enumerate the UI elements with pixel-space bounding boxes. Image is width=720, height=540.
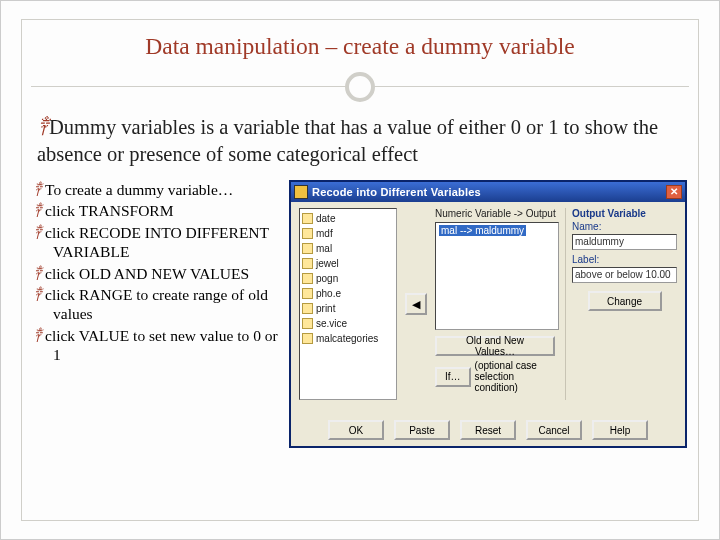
list-item[interactable]: date — [302, 211, 394, 226]
bullet-glyph-icon: ༒ — [33, 202, 41, 219]
label-input[interactable]: above or below 10.00 — [572, 267, 677, 283]
step-text: click OLD AND NEW VALUES — [45, 265, 249, 282]
ok-button[interactable]: OK — [328, 420, 384, 440]
intro-paragraph: ༒Dummy variables is a variable that has … — [37, 114, 683, 168]
list-item[interactable]: se.vice — [302, 316, 394, 331]
list-item: ༒click OLD AND NEW VALUES — [33, 264, 279, 283]
variable-icon — [302, 288, 313, 299]
slide-title: Data manipulation – create a dummy varia… — [29, 33, 691, 60]
list-item: ༒click VALUE to set new value to 0 or 1 — [33, 326, 279, 365]
target-label: Numeric Variable -> Output Variable: — [435, 208, 559, 220]
content-columns: ༒To create a dummy variable… ༒click TRAN… — [33, 180, 687, 448]
list-item[interactable]: print — [302, 301, 394, 316]
name-label: Name: — [572, 221, 677, 232]
variable-icon — [302, 318, 313, 329]
variable-list[interactable]: date mdf mal jewel pogn pho.e print se.v… — [299, 208, 397, 400]
recode-dialog: Recode into Different Variables ✕ date m… — [289, 180, 687, 448]
target-column: Numeric Variable -> Output Variable: mal… — [435, 208, 559, 400]
target-selected-item[interactable]: mal --> maldummy — [439, 225, 526, 236]
step-text: To create a dummy variable… — [45, 181, 233, 198]
bullet-glyph-icon: ༒ — [37, 116, 47, 138]
if-caption: (optional case selection condition) — [475, 360, 559, 393]
list-item: ༒To create a dummy variable… — [33, 180, 279, 199]
list-item: ༒click TRANSFORM — [33, 201, 279, 220]
intro-text: Dummy variables is a variable that has a… — [37, 116, 658, 165]
variable-name: pho.e — [316, 288, 341, 299]
variable-name: malcategories — [316, 333, 378, 344]
list-item: ༒click RECODE INTO DIFFERENT VARIABLE — [33, 223, 279, 262]
cancel-button[interactable]: Cancel — [526, 420, 582, 440]
variable-name: pogn — [316, 273, 338, 284]
list-item[interactable]: pho.e — [302, 286, 394, 301]
close-button[interactable]: ✕ — [666, 185, 682, 199]
variable-name: se.vice — [316, 318, 347, 329]
list-item[interactable]: malcategories — [302, 331, 394, 346]
app-icon — [294, 185, 308, 199]
arrow-left-icon: ◀ — [412, 298, 420, 311]
variable-icon — [302, 213, 313, 224]
dialog-title: Recode into Different Variables — [312, 186, 666, 198]
variable-icon — [302, 228, 313, 239]
label-label: Label: — [572, 254, 677, 265]
variable-icon — [302, 333, 313, 344]
variable-icon — [302, 303, 313, 314]
paste-button[interactable]: Paste — [394, 420, 450, 440]
list-item[interactable]: mdf — [302, 226, 394, 241]
variable-name: mdf — [316, 228, 333, 239]
variable-icon — [302, 243, 313, 254]
list-item: ༒click RANGE to create range of old valu… — [33, 285, 279, 324]
if-button[interactable]: If… — [435, 367, 471, 387]
step-text: click TRANSFORM — [45, 202, 173, 219]
bullet-glyph-icon: ༒ — [33, 181, 41, 198]
if-row: If… (optional case selection condition) — [435, 360, 559, 393]
divider — [29, 68, 691, 108]
move-variable-button[interactable]: ◀ — [405, 293, 427, 315]
step-text: click VALUE to set new value to 0 or 1 — [45, 327, 278, 363]
slide: Data manipulation – create a dummy varia… — [0, 0, 720, 540]
step-text: click RECODE INTO DIFFERENT VARIABLE — [45, 224, 269, 260]
change-button[interactable]: Change — [588, 291, 662, 311]
old-and-new-values-button[interactable]: Old and New Values… — [435, 336, 555, 356]
variable-name: date — [316, 213, 335, 224]
list-item[interactable]: mal — [302, 241, 394, 256]
variable-icon — [302, 273, 313, 284]
bullet-glyph-icon: ༒ — [33, 327, 41, 344]
list-item[interactable]: pogn — [302, 271, 394, 286]
close-icon: ✕ — [670, 187, 678, 197]
mid-buttons: Old and New Values… — [435, 336, 559, 356]
output-variable-panel: Output Variable Name: maldummy Label: ab… — [565, 208, 677, 400]
bullet-glyph-icon: ༒ — [33, 265, 41, 282]
bullet-glyph-icon: ༒ — [33, 224, 41, 241]
variable-name: mal — [316, 243, 332, 254]
name-input[interactable]: maldummy — [572, 234, 677, 250]
target-listbox[interactable]: mal --> maldummy — [435, 222, 559, 330]
step-text: click RANGE to create range of old value… — [45, 286, 268, 322]
steps-list: ༒To create a dummy variable… ༒click TRAN… — [33, 180, 279, 448]
help-button[interactable]: Help — [592, 420, 648, 440]
divider-circle-icon — [345, 72, 375, 102]
variable-name: print — [316, 303, 335, 314]
dialog-button-row: OK Paste Reset Cancel Help — [291, 420, 685, 440]
bullet-glyph-icon: ༒ — [33, 286, 41, 303]
variable-name: jewel — [316, 258, 339, 269]
dialog-titlebar[interactable]: Recode into Different Variables ✕ — [291, 182, 685, 202]
dialog-body: date mdf mal jewel pogn pho.e print se.v… — [291, 202, 685, 406]
output-section-label: Output Variable — [572, 208, 677, 219]
reset-button[interactable]: Reset — [460, 420, 516, 440]
variable-icon — [302, 258, 313, 269]
list-item[interactable]: jewel — [302, 256, 394, 271]
